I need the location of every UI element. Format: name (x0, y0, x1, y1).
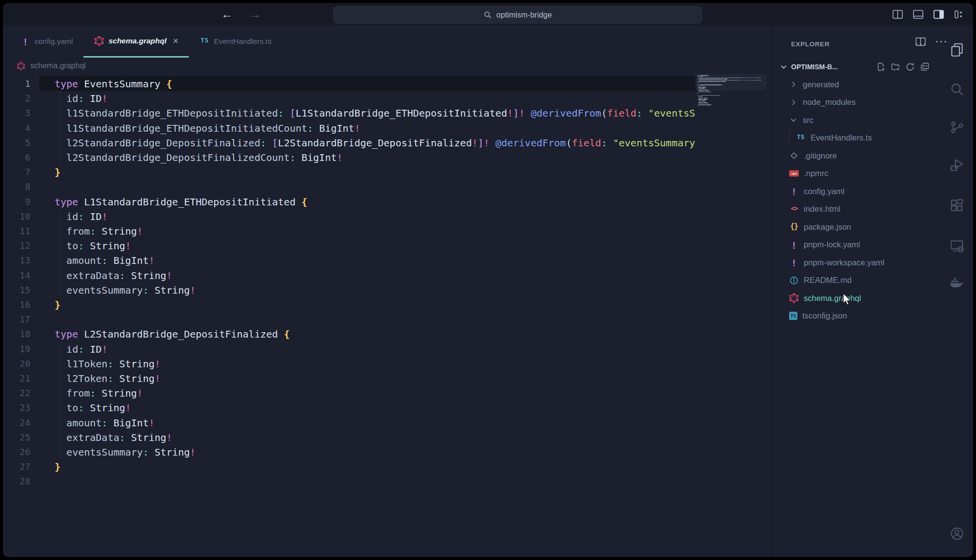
mouse-cursor (840, 292, 853, 306)
code-line[interactable]: 19 id: ID! (3, 342, 695, 357)
code-line[interactable]: 15 eventsSummary: String! (3, 283, 695, 298)
command-center-search[interactable]: optimism-bridge (333, 6, 702, 23)
minimap-slider[interactable] (695, 74, 766, 91)
extensions-button[interactable] (949, 198, 965, 213)
tree-item-tsconfig.json[interactable]: TStsconfig.json (773, 307, 940, 325)
line-number: 6 (3, 150, 30, 165)
tree-item-README.md[interactable]: README.md (773, 272, 940, 290)
close-tab-button[interactable]: × (173, 36, 178, 46)
tree-item-.npmrc[interactable]: npm.npmrc (773, 165, 940, 183)
code-line[interactable]: 17 (3, 312, 695, 327)
code-text: l2StandardBridge_DepositFinalized: [L2St… (55, 136, 695, 150)
code-line[interactable]: 14 extraData: String! (3, 268, 695, 283)
code-text: eventsSummary: String! (55, 445, 196, 460)
line-number: 21 (3, 371, 30, 386)
tab-config.yaml[interactable]: !config.yaml (10, 25, 83, 58)
workspace-section[interactable]: OPTIMISM-B... (773, 58, 940, 76)
code-line[interactable]: 10 id: ID! (3, 209, 695, 224)
tab-EventHandlers.ts[interactable]: TSEventHandlers.ts (189, 25, 282, 58)
tree-item-schema.graphql[interactable]: schema.graphql (773, 289, 940, 307)
refresh-icon (905, 62, 915, 72)
search-button[interactable] (949, 81, 965, 97)
code-text: id: ID! (55, 91, 107, 106)
code-line[interactable]: 4 l1StandardBridge_ETHDepositInitiatedCo… (3, 121, 695, 136)
collapse-folders-button[interactable] (919, 61, 931, 73)
code-line[interactable]: 5 l2StandardBridge_DepositFinalized: [L2… (3, 136, 695, 150)
tree-item-EventHandlers.ts[interactable]: TSEventHandlers.ts (773, 129, 940, 147)
minimap-line (726, 81, 727, 82)
minimap-line (702, 96, 703, 97)
tree-item-label: node_modules (803, 98, 855, 107)
explorer-more-button[interactable]: ··· (915, 39, 928, 50)
breadcrumb[interactable]: schema.graphql (3, 58, 772, 74)
code-line[interactable]: 6 l2StandardBridge_DepositFinalizedCount… (3, 150, 695, 165)
code-line[interactable]: 24 amount: BigInt! (3, 416, 695, 430)
line-number: 22 (3, 386, 30, 400)
new-file-button[interactable] (875, 61, 887, 73)
code-line[interactable]: 27} (3, 460, 695, 474)
layout-controls (892, 3, 965, 25)
minimap-line (700, 96, 701, 97)
tree-item-.gitignore[interactable]: .gitignore (773, 147, 940, 165)
code-line[interactable]: 16} (3, 298, 695, 312)
code-line[interactable]: 18type L2StandardBridge_DepositFinalized… (3, 327, 695, 341)
code-line[interactable]: 1type EventsSummary { (3, 77, 695, 91)
tab-schema.graphql[interactable]: schema.graphql× (83, 25, 189, 58)
docker-button[interactable] (949, 274, 965, 290)
toggle-secondary-sidebar-button[interactable] (933, 8, 945, 20)
tree-item-generated[interactable]: generated (773, 76, 940, 94)
tree-item-node_modules[interactable]: node_modules (773, 94, 940, 112)
forward-button[interactable]: → (247, 6, 264, 22)
minimap-line (702, 102, 703, 103)
refresh-explorer-button[interactable] (904, 61, 916, 73)
minimap[interactable] (695, 74, 766, 557)
tree-item-index.html[interactable]: <>index.html (773, 200, 940, 219)
npm-icon: npm (789, 170, 799, 177)
tree-item-pnpm-lock.yaml[interactable]: !pnpm-lock.yaml (773, 236, 940, 254)
customize-layout-button[interactable] (953, 8, 965, 20)
new-folder-button[interactable] (890, 61, 901, 73)
explorer-button[interactable] (949, 41, 965, 57)
code-line[interactable]: 3 l1StandardBridge_ETHDepositInitiated: … (3, 106, 695, 120)
line-number: 17 (3, 312, 30, 327)
code-line[interactable]: 26 eventsSummary: String! (3, 445, 695, 460)
run-debug-button[interactable] (949, 157, 965, 173)
code-line[interactable]: 13 amount: BigInt! (3, 253, 695, 268)
back-button[interactable]: ← (219, 6, 235, 22)
code-line[interactable]: 2 id: ID! (3, 91, 695, 106)
code-line[interactable]: 25 extraData: String! (3, 430, 695, 445)
account-button[interactable] (947, 524, 967, 543)
minimap-line (722, 81, 725, 82)
line-number: 11 (3, 224, 30, 239)
code-line[interactable]: 22 from: String! (3, 386, 695, 400)
line-number: 7 (3, 165, 30, 180)
remote-explorer-button[interactable] (949, 238, 965, 254)
line-number: 16 (3, 298, 30, 312)
tree-item-package.json[interactable]: {}package.json (773, 218, 940, 236)
code-line[interactable]: 11 from: String! (3, 224, 695, 239)
toggle-panel-button[interactable] (912, 8, 924, 20)
code-line[interactable]: 12 to: String! (3, 239, 695, 253)
toggle-primary-sidebar-button[interactable] (892, 8, 904, 20)
tree-item-config.yaml[interactable]: !config.yaml (773, 182, 940, 200)
code-line[interactable]: 20 l1Token: String! (3, 357, 695, 371)
tree-item-src[interactable]: src (773, 111, 940, 129)
code-line[interactable]: 23 to: String! (3, 400, 695, 415)
code-line[interactable]: 7} (3, 165, 695, 180)
code-text: l2StandardBridge_DepositFinalizedCount: … (55, 150, 343, 165)
tree-item-pnpm-workspace.yaml[interactable]: !pnpm-workspace.yaml (773, 254, 940, 272)
code-line[interactable]: 28 (3, 474, 695, 489)
code-line[interactable]: 8 (3, 180, 695, 194)
code-text: l2Token: String! (55, 371, 161, 386)
code-line[interactable]: 9type L1StandardBridge_ETHDepositInitiat… (3, 195, 695, 209)
code-editor[interactable]: 1type EventsSummary {2 id: ID!3 l1Standa… (3, 74, 772, 557)
minimap-line (698, 90, 704, 91)
code-text: type L1StandardBridge_ETHDepositInitiate… (55, 195, 307, 209)
yaml-icon: ! (789, 186, 799, 196)
tree-indent-guide (789, 129, 790, 147)
code-line[interactable]: 21 l2Token: String! (3, 371, 695, 386)
source-control-button[interactable] (949, 120, 965, 135)
minimap-line (698, 102, 702, 103)
line-number: 3 (3, 106, 30, 120)
chevron-down-icon (789, 116, 798, 124)
